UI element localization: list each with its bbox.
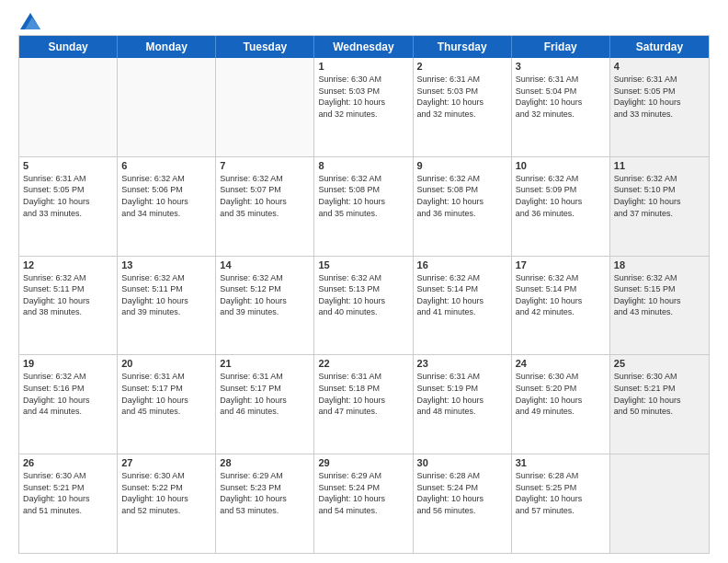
day-cell: 12Sunrise: 6:32 AM Sunset: 5:11 PM Dayli… bbox=[19, 257, 118, 355]
day-info: Sunrise: 6:30 AM Sunset: 5:21 PM Dayligh… bbox=[614, 371, 705, 417]
day-number: 11 bbox=[614, 160, 705, 171]
day-cell: 1Sunrise: 6:30 AM Sunset: 5:03 PM Daylig… bbox=[314, 58, 413, 156]
day-header-saturday: Saturday bbox=[610, 36, 709, 58]
day-cell: 4Sunrise: 6:31 AM Sunset: 5:05 PM Daylig… bbox=[610, 58, 709, 156]
day-info: Sunrise: 6:32 AM Sunset: 5:10 PM Dayligh… bbox=[614, 173, 705, 219]
day-number: 10 bbox=[516, 160, 606, 171]
day-info: Sunrise: 6:30 AM Sunset: 5:03 PM Dayligh… bbox=[318, 74, 408, 120]
day-header-monday: Monday bbox=[118, 36, 216, 58]
day-info: Sunrise: 6:32 AM Sunset: 5:07 PM Dayligh… bbox=[220, 173, 310, 219]
day-info: Sunrise: 6:31 AM Sunset: 5:19 PM Dayligh… bbox=[417, 371, 507, 417]
day-info: Sunrise: 6:31 AM Sunset: 5:04 PM Dayligh… bbox=[516, 74, 606, 120]
day-cell: 2Sunrise: 6:31 AM Sunset: 5:03 PM Daylig… bbox=[414, 58, 512, 156]
day-number: 6 bbox=[121, 160, 211, 171]
day-number: 31 bbox=[516, 457, 606, 468]
day-number: 19 bbox=[23, 358, 113, 369]
day-cell: 14Sunrise: 6:32 AM Sunset: 5:12 PM Dayli… bbox=[216, 257, 314, 355]
day-cell: 25Sunrise: 6:30 AM Sunset: 5:21 PM Dayli… bbox=[610, 355, 709, 454]
day-info: Sunrise: 6:30 AM Sunset: 5:22 PM Dayligh… bbox=[121, 470, 211, 516]
day-info: Sunrise: 6:32 AM Sunset: 5:08 PM Dayligh… bbox=[417, 173, 507, 219]
day-info: Sunrise: 6:32 AM Sunset: 5:15 PM Dayligh… bbox=[614, 272, 705, 318]
day-number: 14 bbox=[220, 259, 310, 270]
week-row-5: 26Sunrise: 6:30 AM Sunset: 5:21 PM Dayli… bbox=[19, 454, 709, 553]
day-cell bbox=[610, 454, 709, 553]
day-number: 9 bbox=[417, 160, 507, 171]
day-number: 29 bbox=[318, 457, 408, 468]
week-row-2: 5Sunrise: 6:31 AM Sunset: 5:05 PM Daylig… bbox=[19, 157, 709, 257]
day-info: Sunrise: 6:28 AM Sunset: 5:25 PM Dayligh… bbox=[516, 470, 606, 516]
day-cell: 30Sunrise: 6:28 AM Sunset: 5:24 PM Dayli… bbox=[414, 454, 512, 553]
day-cell: 7Sunrise: 6:32 AM Sunset: 5:07 PM Daylig… bbox=[216, 157, 314, 256]
day-cell: 31Sunrise: 6:28 AM Sunset: 5:25 PM Dayli… bbox=[512, 454, 610, 553]
day-info: Sunrise: 6:32 AM Sunset: 5:14 PM Dayligh… bbox=[417, 272, 507, 318]
day-cell: 3Sunrise: 6:31 AM Sunset: 5:04 PM Daylig… bbox=[512, 58, 610, 156]
day-number: 5 bbox=[23, 160, 113, 171]
day-info: Sunrise: 6:31 AM Sunset: 5:17 PM Dayligh… bbox=[220, 371, 310, 417]
day-cell: 21Sunrise: 6:31 AM Sunset: 5:17 PM Dayli… bbox=[216, 355, 314, 454]
day-number: 22 bbox=[318, 358, 408, 369]
day-number: 4 bbox=[614, 61, 705, 72]
day-info: Sunrise: 6:31 AM Sunset: 5:17 PM Dayligh… bbox=[121, 371, 211, 417]
day-cell bbox=[216, 58, 314, 156]
day-header-sunday: Sunday bbox=[19, 36, 118, 58]
day-info: Sunrise: 6:32 AM Sunset: 5:09 PM Dayligh… bbox=[516, 173, 606, 219]
day-number: 12 bbox=[23, 259, 113, 270]
weeks-container: 1Sunrise: 6:30 AM Sunset: 5:03 PM Daylig… bbox=[19, 58, 709, 553]
day-info: Sunrise: 6:32 AM Sunset: 5:12 PM Dayligh… bbox=[220, 272, 310, 318]
day-info: Sunrise: 6:31 AM Sunset: 5:03 PM Dayligh… bbox=[417, 74, 507, 120]
day-header-wednesday: Wednesday bbox=[314, 36, 413, 58]
day-number: 27 bbox=[121, 457, 211, 468]
day-info: Sunrise: 6:32 AM Sunset: 5:14 PM Dayligh… bbox=[516, 272, 606, 318]
day-cell: 11Sunrise: 6:32 AM Sunset: 5:10 PM Dayli… bbox=[610, 157, 709, 256]
day-number: 16 bbox=[417, 259, 507, 270]
day-cell: 24Sunrise: 6:30 AM Sunset: 5:20 PM Dayli… bbox=[512, 355, 610, 454]
day-number: 1 bbox=[318, 61, 408, 72]
week-row-1: 1Sunrise: 6:30 AM Sunset: 5:03 PM Daylig… bbox=[19, 58, 709, 157]
calendar: SundayMondayTuesdayWednesdayThursdayFrid… bbox=[18, 35, 710, 554]
day-cell: 26Sunrise: 6:30 AM Sunset: 5:21 PM Dayli… bbox=[19, 454, 118, 553]
day-cell: 5Sunrise: 6:31 AM Sunset: 5:05 PM Daylig… bbox=[19, 157, 118, 256]
day-info: Sunrise: 6:31 AM Sunset: 5:05 PM Dayligh… bbox=[23, 173, 113, 219]
day-cell: 20Sunrise: 6:31 AM Sunset: 5:17 PM Dayli… bbox=[118, 355, 216, 454]
day-cell: 29Sunrise: 6:29 AM Sunset: 5:24 PM Dayli… bbox=[314, 454, 413, 553]
day-number: 15 bbox=[318, 259, 408, 270]
week-row-3: 12Sunrise: 6:32 AM Sunset: 5:11 PM Dayli… bbox=[19, 257, 709, 356]
day-cell: 13Sunrise: 6:32 AM Sunset: 5:11 PM Dayli… bbox=[118, 257, 216, 355]
day-header-thursday: Thursday bbox=[414, 36, 512, 58]
day-cell: 8Sunrise: 6:32 AM Sunset: 5:08 PM Daylig… bbox=[314, 157, 413, 256]
day-number: 2 bbox=[417, 61, 507, 72]
day-number: 8 bbox=[318, 160, 408, 171]
day-info: Sunrise: 6:32 AM Sunset: 5:16 PM Dayligh… bbox=[23, 371, 113, 417]
day-info: Sunrise: 6:32 AM Sunset: 5:11 PM Dayligh… bbox=[23, 272, 113, 318]
logo-icon bbox=[20, 13, 40, 29]
day-cell: 28Sunrise: 6:29 AM Sunset: 5:23 PM Dayli… bbox=[216, 454, 314, 553]
day-cell: 23Sunrise: 6:31 AM Sunset: 5:19 PM Dayli… bbox=[414, 355, 512, 454]
day-cell bbox=[19, 58, 118, 156]
day-header-tuesday: Tuesday bbox=[216, 36, 314, 58]
day-info: Sunrise: 6:29 AM Sunset: 5:23 PM Dayligh… bbox=[220, 470, 310, 516]
day-number: 3 bbox=[516, 61, 606, 72]
day-number: 23 bbox=[417, 358, 507, 369]
day-number: 17 bbox=[516, 259, 606, 270]
day-cell: 15Sunrise: 6:32 AM Sunset: 5:13 PM Dayli… bbox=[314, 257, 413, 355]
day-cell: 19Sunrise: 6:32 AM Sunset: 5:16 PM Dayli… bbox=[19, 355, 118, 454]
day-info: Sunrise: 6:31 AM Sunset: 5:05 PM Dayligh… bbox=[614, 74, 705, 120]
day-cell: 16Sunrise: 6:32 AM Sunset: 5:14 PM Dayli… bbox=[414, 257, 512, 355]
day-number: 18 bbox=[614, 259, 705, 270]
day-cell: 6Sunrise: 6:32 AM Sunset: 5:06 PM Daylig… bbox=[118, 157, 216, 256]
day-number: 13 bbox=[121, 259, 211, 270]
day-info: Sunrise: 6:31 AM Sunset: 5:18 PM Dayligh… bbox=[318, 371, 408, 417]
day-headers-row: SundayMondayTuesdayWednesdayThursdayFrid… bbox=[19, 36, 709, 58]
logo bbox=[18, 15, 40, 28]
day-number: 21 bbox=[220, 358, 310, 369]
day-cell: 22Sunrise: 6:31 AM Sunset: 5:18 PM Dayli… bbox=[314, 355, 413, 454]
day-info: Sunrise: 6:32 AM Sunset: 5:06 PM Dayligh… bbox=[121, 173, 211, 219]
day-cell: 18Sunrise: 6:32 AM Sunset: 5:15 PM Dayli… bbox=[610, 257, 709, 355]
day-info: Sunrise: 6:32 AM Sunset: 5:08 PM Dayligh… bbox=[318, 173, 408, 219]
day-number: 26 bbox=[23, 457, 113, 468]
day-cell: 9Sunrise: 6:32 AM Sunset: 5:08 PM Daylig… bbox=[414, 157, 512, 256]
day-info: Sunrise: 6:30 AM Sunset: 5:20 PM Dayligh… bbox=[516, 371, 606, 417]
day-cell: 10Sunrise: 6:32 AM Sunset: 5:09 PM Dayli… bbox=[512, 157, 610, 256]
day-number: 25 bbox=[614, 358, 705, 369]
day-info: Sunrise: 6:32 AM Sunset: 5:13 PM Dayligh… bbox=[318, 272, 408, 318]
